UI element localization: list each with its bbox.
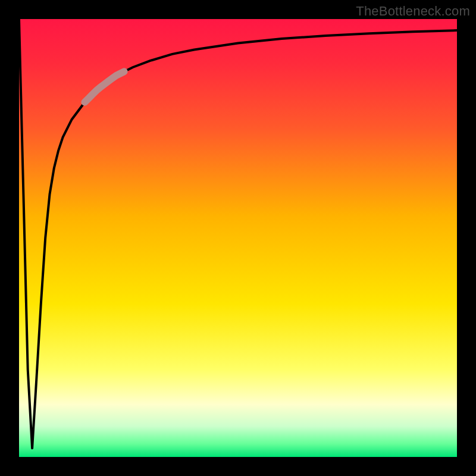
chart-svg — [19, 19, 457, 457]
curve-highlight — [84, 71, 124, 102]
bottleneck-curve — [19, 19, 457, 448]
attribution-label: TheBottleneck.com — [356, 4, 470, 19]
plot-area — [19, 19, 457, 457]
chart-frame: TheBottleneck.com — [0, 0, 476, 476]
